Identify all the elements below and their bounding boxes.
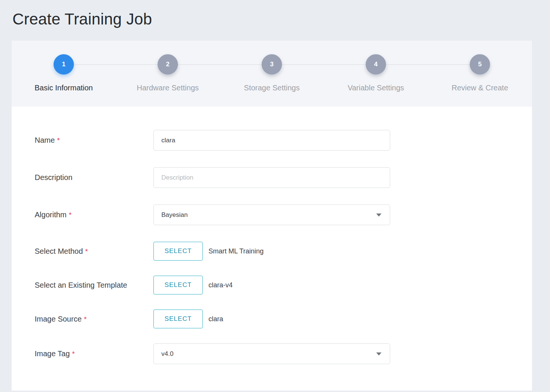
select-template-button[interactable]: SELECT xyxy=(153,276,203,294)
algorithm-label-text: Algorithm xyxy=(35,210,66,219)
step-label-storage-settings: Storage Settings xyxy=(244,84,300,92)
step-label-review-create: Review & Create xyxy=(452,84,508,92)
create-training-job-panel: 1 Basic Information 2 Hardware Settings … xyxy=(12,41,532,326)
step-circle-5: 5 xyxy=(470,54,490,75)
image-source-row: Image Source* SELECT clara xyxy=(35,310,532,328)
required-asterisk: * xyxy=(85,247,88,255)
name-label-text: Name xyxy=(35,136,55,144)
chevron-down-icon xyxy=(376,352,381,355)
image-tag-label-text: Image Tag xyxy=(35,349,70,358)
step-label-variable-settings: Variable Settings xyxy=(348,84,404,92)
algorithm-selected-value: Bayesian xyxy=(161,211,188,219)
basic-information-form: Name* Description* Algorithm* Bayesian S… xyxy=(12,107,532,390)
step-label-hardware-settings: Hardware Settings xyxy=(137,84,199,92)
step-label-basic-information: Basic Information xyxy=(35,84,93,92)
wizard-step-basic-information[interactable]: 1 Basic Information xyxy=(12,41,116,107)
required-asterisk: * xyxy=(57,136,60,144)
name-input[interactable] xyxy=(153,130,390,151)
algorithm-row: Algorithm* Bayesian xyxy=(35,204,532,225)
name-row: Name* xyxy=(35,130,532,151)
image-tag-selected-value: v4.0 xyxy=(161,350,173,358)
wizard-step-variable-settings[interactable]: 4 Variable Settings xyxy=(324,41,428,107)
chevron-down-icon xyxy=(376,214,381,217)
selected-template-value: clara-v4 xyxy=(208,281,233,289)
required-asterisk: * xyxy=(84,315,87,323)
select-method-label: Select Method* xyxy=(35,247,153,256)
step-circle-1: 1 xyxy=(54,54,74,75)
select-template-label-text: Select an Existing Template xyxy=(35,281,127,289)
selected-image-source-value: clara xyxy=(208,315,223,323)
step-circle-2: 2 xyxy=(158,54,178,75)
select-method-label-text: Select Method xyxy=(35,247,83,255)
algorithm-label: Algorithm* xyxy=(35,210,153,219)
selected-method-value: Smart ML Training xyxy=(208,247,264,255)
name-label: Name* xyxy=(35,136,153,145)
select-method-row: Select Method* SELECT Smart ML Training xyxy=(35,242,532,261)
page-title: Create Training Job xyxy=(12,10,550,29)
description-row: Description* xyxy=(35,167,532,188)
wizard-step-storage-settings[interactable]: 3 Storage Settings xyxy=(220,41,324,107)
image-source-select-button[interactable]: SELECT xyxy=(153,310,203,328)
wizard-step-hardware-settings[interactable]: 2 Hardware Settings xyxy=(116,41,220,107)
select-template-row: Select an Existing Template* SELECT clar… xyxy=(35,276,532,294)
image-tag-dropdown[interactable]: v4.0 xyxy=(153,343,390,364)
required-asterisk: * xyxy=(72,350,75,358)
description-label: Description* xyxy=(35,173,153,182)
algorithm-dropdown[interactable]: Bayesian xyxy=(153,204,390,225)
required-asterisk: * xyxy=(69,211,71,219)
step-wizard: 1 Basic Information 2 Hardware Settings … xyxy=(12,41,532,107)
image-tag-label: Image Tag* xyxy=(35,349,153,358)
description-label-text: Description xyxy=(35,173,72,182)
select-method-button[interactable]: SELECT xyxy=(153,242,203,261)
select-template-label: Select an Existing Template* xyxy=(35,281,153,290)
wizard-step-review-create[interactable]: 5 Review & Create xyxy=(428,41,532,107)
description-input[interactable] xyxy=(153,167,390,188)
wizard-steps: 1 Basic Information 2 Hardware Settings … xyxy=(12,41,532,107)
image-tag-row: Image Tag* v4.0 xyxy=(35,343,532,364)
step-circle-4: 4 xyxy=(366,54,386,75)
image-source-label-text: Image Source xyxy=(35,315,82,323)
image-source-label: Image Source* xyxy=(35,315,153,323)
step-circle-3: 3 xyxy=(262,54,282,75)
